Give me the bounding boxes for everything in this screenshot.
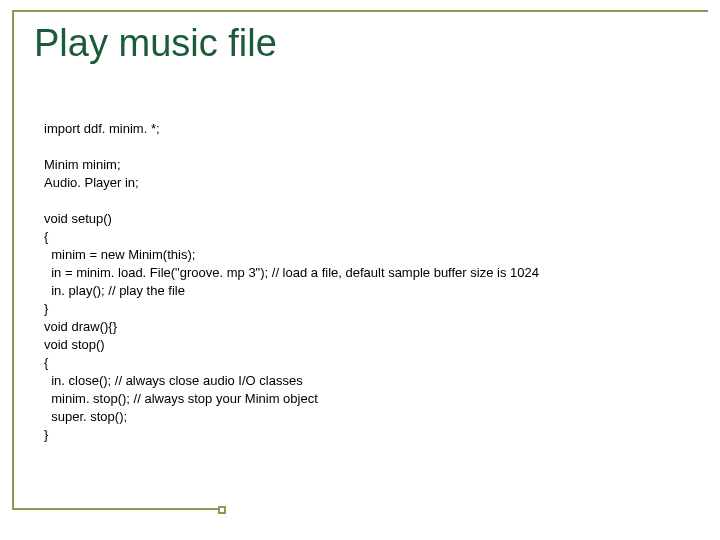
decorative-rule-left bbox=[12, 10, 14, 510]
slide: Play music file import ddf. minim. *; Mi… bbox=[0, 0, 720, 540]
decorative-rule-top bbox=[12, 10, 708, 12]
code-block: import ddf. minim. *; Minim minim; Audio… bbox=[44, 120, 690, 444]
decorative-rule-bottom bbox=[12, 508, 220, 510]
page-title: Play music file bbox=[34, 22, 277, 65]
decorative-rule-marker bbox=[218, 506, 226, 514]
